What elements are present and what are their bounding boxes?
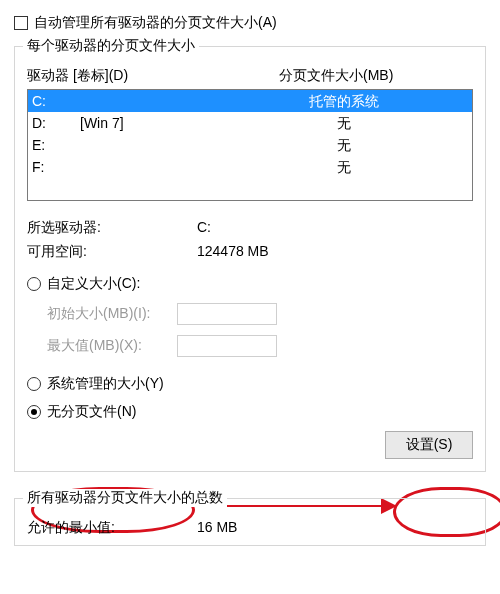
drive-size-cell: 无 bbox=[280, 134, 468, 156]
auto-manage-label: 自动管理所有驱动器的分页文件大小(A) bbox=[34, 14, 277, 32]
free-space-label: 可用空间: bbox=[27, 243, 197, 261]
drive-row[interactable]: F:无 bbox=[28, 156, 472, 178]
initial-size-row: 初始大小(MB)(I): bbox=[47, 303, 473, 325]
header-size: 分页文件大小(MB) bbox=[279, 67, 473, 85]
min-allowed-label: 允许的最小值: bbox=[27, 519, 197, 537]
header-drive: 驱动器 [卷标](D) bbox=[27, 67, 279, 85]
drive-letter-cell: E: bbox=[32, 134, 80, 156]
initial-size-label: 初始大小(MB)(I): bbox=[47, 305, 177, 323]
totals-group: 所有驱动器分页文件大小的总数 允许的最小值: 16 MB bbox=[14, 498, 486, 546]
drive-label-cell bbox=[80, 156, 280, 178]
drive-list[interactable]: C:托管的系统D:[Win 7]无E:无F:无 bbox=[27, 89, 473, 201]
radio-no-paging-row[interactable]: 无分页文件(N) bbox=[27, 403, 473, 421]
totals-title: 所有驱动器分页文件大小的总数 bbox=[23, 489, 227, 507]
drive-row[interactable]: C:托管的系统 bbox=[28, 90, 472, 112]
drive-label-cell bbox=[80, 90, 280, 112]
radio-no-paging[interactable] bbox=[27, 405, 41, 419]
drive-label-cell bbox=[80, 134, 280, 156]
free-space-value: 124478 MB bbox=[197, 243, 473, 261]
drive-size-cell: 托管的系统 bbox=[280, 90, 468, 112]
drive-row[interactable]: D:[Win 7]无 bbox=[28, 112, 472, 134]
drive-letter-cell: F: bbox=[32, 156, 80, 178]
radio-system-label: 系统管理的大小(Y) bbox=[47, 375, 164, 393]
per-drive-group: 每个驱动器的分页文件大小 驱动器 [卷标](D) 分页文件大小(MB) C:托管… bbox=[14, 46, 486, 472]
max-size-input bbox=[177, 335, 277, 357]
group-title: 每个驱动器的分页文件大小 bbox=[23, 37, 199, 55]
radio-custom-size[interactable] bbox=[27, 277, 41, 291]
selected-drive-label: 所选驱动器: bbox=[27, 219, 197, 237]
auto-manage-checkbox-row[interactable]: 自动管理所有驱动器的分页文件大小(A) bbox=[14, 14, 486, 32]
radio-system-managed-row[interactable]: 系统管理的大小(Y) bbox=[27, 375, 473, 393]
min-allowed-value: 16 MB bbox=[197, 519, 237, 537]
drive-size-cell: 无 bbox=[280, 156, 468, 178]
drive-label-cell: [Win 7] bbox=[80, 112, 280, 134]
selected-drive-value: C: bbox=[197, 219, 473, 237]
radio-custom-label: 自定义大小(C): bbox=[47, 275, 140, 293]
drive-row[interactable]: E:无 bbox=[28, 134, 472, 156]
radio-system-managed[interactable] bbox=[27, 377, 41, 391]
drive-size-cell: 无 bbox=[280, 112, 468, 134]
column-headers: 驱动器 [卷标](D) 分页文件大小(MB) bbox=[27, 67, 473, 85]
max-size-row: 最大值(MB)(X): bbox=[47, 335, 473, 357]
auto-manage-checkbox[interactable] bbox=[14, 16, 28, 30]
radio-none-label: 无分页文件(N) bbox=[47, 403, 136, 421]
drive-letter-cell: D: bbox=[32, 112, 80, 134]
radio-custom-size-row[interactable]: 自定义大小(C): bbox=[27, 275, 473, 293]
set-button[interactable]: 设置(S) bbox=[385, 431, 473, 459]
max-size-label: 最大值(MB)(X): bbox=[47, 337, 177, 355]
drive-letter-cell: C: bbox=[32, 90, 80, 112]
initial-size-input bbox=[177, 303, 277, 325]
